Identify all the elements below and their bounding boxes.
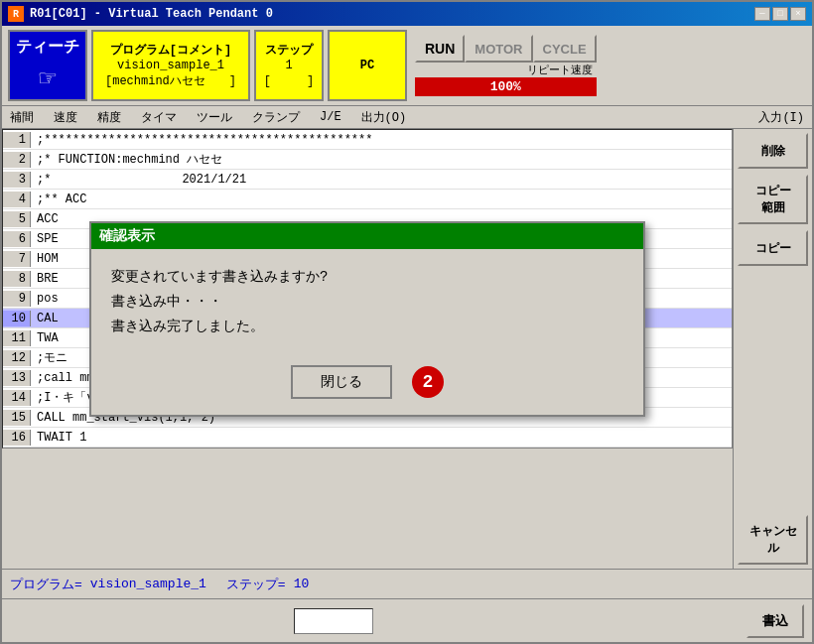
line-number: 10 [3,311,31,326]
program-box: プログラム[コメント] vision_sample_1 [mechmindハセセ… [91,30,250,101]
rmc-buttons: RUN MOTOR CYCLE [415,35,597,63]
line-number: 12 [3,350,31,366]
copy-button[interactable]: コピー [738,230,808,266]
line-content: pos [31,292,59,306]
line-number: 4 [3,192,31,207]
line-content: ;***************************************… [31,133,372,147]
line-number: 5 [3,211,31,227]
line-content: ACC [31,212,59,226]
table-row: 1 ;*************************************… [3,130,732,150]
line-content: ;* FUNCTION:mechmind ハセセ [31,151,222,168]
code-area-wrapper: 1 ;*************************************… [2,129,733,569]
menu-tool[interactable]: ツール [193,108,236,127]
delete-button[interactable]: 削除 [738,133,808,169]
dialog-body: 変更されています書き込みますか? 書き込み中・・・ 書き込み完了しました。 [91,249,643,356]
confirmation-dialog: 確認表示 変更されています書き込みますか? 書き込み中・・・ 書き込み完了しまし… [89,221,645,418]
table-row: 3 ;* 2021/1/21 [3,170,732,190]
rmc-container: RUN MOTOR CYCLE リピート速度 100% [415,30,597,101]
line-number: 1 [3,132,31,148]
close-button[interactable]: × [790,7,806,21]
cancel-button[interactable]: キャンセル [738,515,808,565]
program-label: プログラム[コメント] [99,42,242,59]
line-number: 9 [3,291,31,307]
speed-label: リピート速度 [415,63,597,77]
menu-clamp[interactable]: クランプ [248,108,304,127]
motor-button[interactable]: MOTOR [465,35,532,63]
step-box: ステップ 1 [ ] [254,30,324,101]
step-value: 1 [262,59,316,72]
menu-speed[interactable]: 速度 [50,108,81,127]
line-number: 11 [3,330,31,346]
status-step-label: ステップ= [226,576,286,593]
step-circle: 2 [412,366,444,398]
line-content: ;** ACC [31,193,86,206]
main-content: 1 ;*************************************… [2,129,812,569]
menubar: 補間 速度 精度 タイマ ツール クランプ J/E 出力(O) 入力(I) [2,105,812,129]
maximize-button[interactable]: □ [772,7,788,21]
status-program: プログラム= vision_sample_1 [10,576,206,593]
line-content: ;* 2021/1/21 [31,171,246,188]
program-comment: [mechmindハセセ ] [99,72,242,89]
window-title: R01[C01] - Virtual Teach Pendant 0 [30,7,748,21]
title-bar: R R01[C01] - Virtual Teach Pendant 0 ─ □… [2,2,812,26]
menu-hosoku[interactable]: 補間 [6,108,38,127]
menu-input[interactable]: 入力(I) [754,108,808,127]
status-step-value: 10 [294,577,310,591]
pc-box: PC [328,30,407,101]
status-program-value: vision_sample_1 [90,577,206,591]
close-dialog-button[interactable]: 閉じる [291,365,392,399]
line-content: TWA [31,331,59,345]
dialog-line1: 変更されています書き込みますか? [111,265,623,290]
write-button[interactable]: 書込 [746,604,804,638]
dialog-line3: 書き込み完了しました。 [111,315,623,339]
line-number: 8 [3,271,31,287]
hand-icon: ☞ [40,62,57,95]
menu-je[interactable]: J/E [316,109,345,125]
table-row: 16 TWAIT 1 [3,428,732,448]
main-window: R R01[C01] - Virtual Teach Pendant 0 ─ □… [0,0,814,644]
line-number: 6 [3,231,31,247]
run-button[interactable]: RUN [415,35,465,63]
teach-label: ティーチ [16,37,79,58]
step-label: ステップ [262,42,316,59]
write-input[interactable] [294,608,373,634]
line-number: 14 [3,390,31,406]
speed-value: 100% [415,77,597,96]
line-number: 7 [3,251,31,267]
status-program-label: プログラム= [10,576,82,593]
menu-timer[interactable]: タイマ [137,108,181,127]
step-sub: [ ] [262,72,316,89]
copy-range-button[interactable]: コピー範囲 [738,175,808,224]
line-content: ;モニ [31,349,68,366]
menu-precision[interactable]: 精度 [93,108,125,127]
program-value: vision_sample_1 [99,59,242,72]
status-step: ステップ= 10 [226,576,309,593]
line-content: SPE [31,232,59,246]
menu-output[interactable]: 出力(O) [357,108,411,127]
line-content: BRE [31,272,59,286]
line-number: 2 [3,152,31,168]
line-content: HOM [31,252,59,266]
table-row: 2 ;* FUNCTION:mechmind ハセセ [3,150,732,170]
teach-button[interactable]: ティーチ ☞ [8,30,87,101]
title-buttons: ─ □ × [754,7,806,21]
line-content: TWAIT 1 [31,431,86,445]
dialog-title: 確認表示 [91,223,643,249]
status-bar: プログラム= vision_sample_1 ステップ= 10 [2,569,812,598]
toolbar: ティーチ ☞ プログラム[コメント] vision_sample_1 [mech… [2,26,812,105]
dialog-footer: 閉じる 2 [91,355,643,415]
line-number: 15 [3,410,31,426]
line-content: CAL [31,312,59,325]
table-row: 4 ;** ACC [3,190,732,209]
bottom-area: 書込 [2,598,812,642]
app-icon: R [8,6,24,22]
line-number: 16 [3,430,31,446]
minimize-button[interactable]: ─ [754,7,770,21]
line-number: 3 [3,172,31,188]
pc-label: PC [336,59,399,72]
cycle-button[interactable]: CYCLE [533,35,597,63]
dialog-line2: 書き込み中・・・ [111,290,623,315]
line-number: 13 [3,370,31,386]
right-sidebar: 削除 コピー範囲 コピー キャンセル [733,129,812,569]
